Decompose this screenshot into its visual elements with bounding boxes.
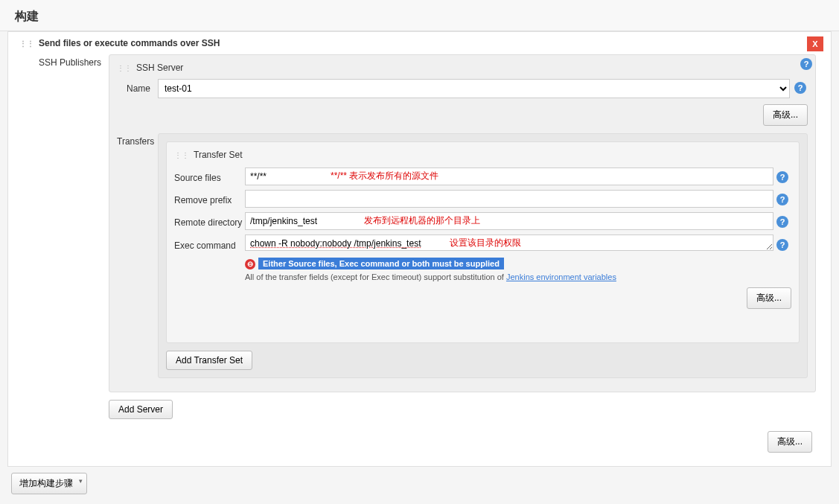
remote-directory-input[interactable] bbox=[245, 212, 773, 230]
advanced-button[interactable]: 高级... bbox=[768, 431, 812, 453]
error-icon: ⊖ bbox=[245, 259, 255, 269]
ssh-publishers-label: SSH Publishers bbox=[23, 54, 109, 68]
build-step-title: Send files or execute commands over SSH bbox=[39, 38, 220, 48]
error-message: Either Source files, Exec command or bot… bbox=[258, 258, 504, 269]
drag-handle-icon[interactable]: ⋮⋮ bbox=[19, 39, 34, 48]
advanced-button[interactable]: 高级... bbox=[763, 104, 808, 126]
add-server-button[interactable]: Add Server bbox=[109, 400, 173, 419]
source-files-label: Source files bbox=[174, 170, 245, 183]
ssh-server-header: SSH Server bbox=[136, 63, 183, 73]
help-icon[interactable]: ? bbox=[776, 216, 788, 228]
build-step-container: ⋮⋮ Send files or execute commands over S… bbox=[7, 31, 832, 467]
drag-handle-icon[interactable]: ⋮⋮ bbox=[117, 64, 132, 72]
remove-prefix-input[interactable] bbox=[245, 190, 773, 208]
hint-text: All of the transfer fields (except for E… bbox=[245, 272, 791, 281]
build-section-title: 构建 bbox=[0, 0, 839, 31]
source-files-input[interactable] bbox=[245, 168, 773, 185]
exec-command-label: Exec command bbox=[174, 237, 245, 251]
help-icon[interactable]: ? bbox=[776, 239, 788, 251]
remote-directory-label: Remote directory bbox=[174, 214, 245, 228]
add-transfer-set-button[interactable]: Add Transfer Set bbox=[166, 351, 252, 370]
ssh-server-box: ⋮⋮ SSH Server Name test-01 ? bbox=[109, 54, 816, 392]
transfer-set-header: Transfer Set bbox=[194, 150, 243, 160]
transfers-label: Transfers bbox=[117, 133, 158, 147]
help-icon[interactable]: ? bbox=[794, 82, 806, 94]
help-icon[interactable]: ? bbox=[776, 171, 788, 183]
exec-command-input[interactable] bbox=[245, 235, 773, 251]
transfer-set-box: ⋮⋮ Transfer Set Source files **/** 表示发布所… bbox=[166, 141, 800, 343]
advanced-button[interactable]: 高级... bbox=[747, 287, 791, 309]
close-button[interactable]: X bbox=[807, 36, 823, 51]
build-step-header: ⋮⋮ Send files or execute commands over S… bbox=[8, 32, 831, 54]
build-step-body: ? SSH Publishers ⋮⋮ SSH Server Name test… bbox=[8, 54, 831, 419]
help-icon[interactable]: ? bbox=[776, 194, 788, 205]
drag-handle-icon[interactable]: ⋮⋮ bbox=[174, 151, 189, 159]
ssh-server-name-select[interactable]: test-01 bbox=[158, 79, 790, 98]
remove-prefix-label: Remove prefix bbox=[174, 192, 245, 205]
env-variables-link[interactable]: Jenkins environment variables bbox=[506, 272, 616, 281]
help-icon[interactable]: ? bbox=[800, 58, 812, 70]
name-label: Name bbox=[117, 83, 158, 94]
add-build-step-button[interactable]: 增加构建步骤 bbox=[11, 473, 87, 494]
transfers-box: ⋮⋮ Transfer Set Source files **/** 表示发布所… bbox=[158, 133, 808, 378]
